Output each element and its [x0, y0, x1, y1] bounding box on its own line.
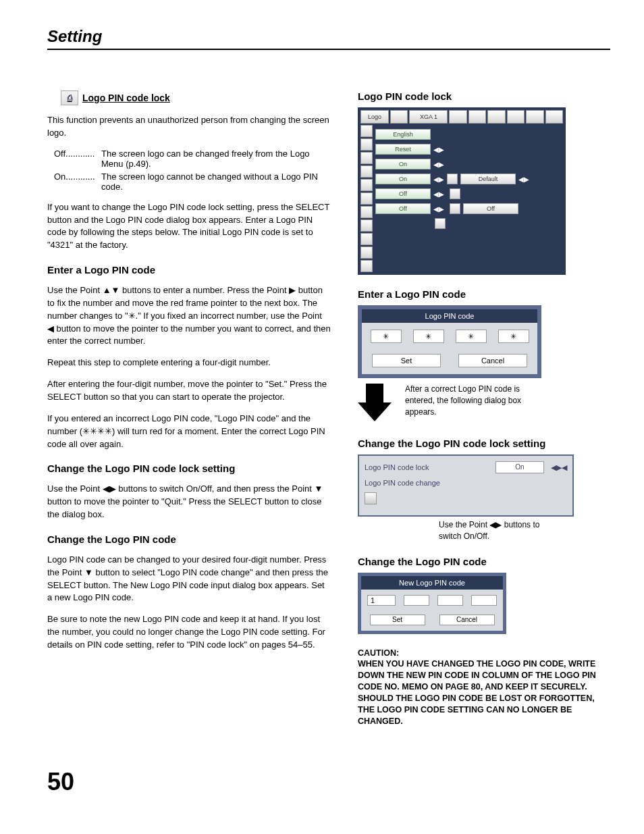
- menu-icon-l: [447, 174, 458, 184]
- two-columns: ⎙ Logo PIN code lock This function preve…: [47, 90, 610, 727]
- pin-dialog: Logo PIN code ✳ ✳ ✳ ✳ Set Cancel: [358, 305, 541, 378]
- menu-left-11: [360, 260, 373, 272]
- down-arrow-icon: [358, 384, 392, 424]
- menu-field-off3: Off: [463, 203, 518, 214]
- lock-caption: Use the Point ◀▶ buttons to switch On/Of…: [439, 519, 554, 542]
- pin-box-2: ✳: [413, 330, 444, 343]
- menu-icon-exit: [435, 218, 446, 229]
- right-lock-heading: Logo PIN code lock: [358, 90, 610, 102]
- new-pin-box-1: 1: [367, 595, 396, 606]
- menu-tab-2: [468, 110, 486, 124]
- menu-left-6: [360, 192, 373, 205]
- new-pin-box-4: [471, 595, 497, 606]
- left-column: ⎙ Logo PIN code lock This function preve…: [47, 90, 331, 727]
- new-pin-set-button: Set: [370, 615, 425, 625]
- arrows-icon: ◀▶: [433, 161, 444, 168]
- right-enter-heading: Enter a Logo PIN code: [358, 288, 610, 300]
- caution-block: CAUTION: WHEN YOU HAVE CHANGED THE LOGO …: [358, 648, 610, 727]
- menu-row-english: English: [375, 129, 562, 140]
- menu-body: English Reset ◀▶ On ◀▶ On: [360, 125, 563, 272]
- enter-pin-p4: If you entered an incorrect Logo PIN cod…: [47, 413, 331, 451]
- lock-on-value: On: [495, 461, 544, 473]
- caution-body: WHEN YOU HAVE CHANGED THE LOGO PIN CODE,…: [358, 659, 596, 725]
- lock-row-2: Logo PIN code change: [365, 479, 567, 487]
- menu-field-english: English: [375, 129, 431, 140]
- page-number: 50: [47, 768, 610, 796]
- menu-tab-4: [507, 110, 525, 124]
- pin-btns-row: Set Cancel: [362, 350, 537, 374]
- menu-panel: Logo XGA 1: [358, 107, 566, 275]
- menu-field-off2: Off: [375, 203, 431, 214]
- enter-pin-p1: Use the Point ▲▼ buttons to enter a numb…: [47, 284, 331, 348]
- change-lock-heading: Change the Logo PIN code lock setting: [47, 463, 331, 474]
- menu-tab-5: [526, 110, 543, 124]
- lock-arrows-icon: ◀▶◀: [551, 463, 567, 472]
- opt-on-desc: The screen logo cannot be changed withou…: [101, 172, 331, 192]
- new-pin-title: New Logo PIN code: [361, 576, 503, 590]
- menu-leftbar: [360, 125, 373, 272]
- new-pin-box-3: [437, 595, 463, 606]
- menu-topbar: Logo XGA 1: [360, 110, 563, 124]
- logo-lock-title: Logo PIN code lock: [82, 93, 170, 103]
- menu-row-on1: On ◀▶: [375, 159, 562, 170]
- menu-icon-c: [450, 188, 460, 199]
- menu-tab-3: [487, 110, 505, 124]
- menu-tab-logo: Logo: [360, 110, 389, 124]
- menu-left-8: [360, 219, 373, 232]
- new-pin-cancel-button: Cancel: [439, 615, 495, 625]
- menu-icon-lock: [450, 203, 460, 214]
- new-pin-boxes: 1: [361, 590, 503, 611]
- pin-box-3: ✳: [456, 330, 487, 343]
- enter-pin-heading: Enter a Logo PIN code: [47, 264, 331, 276]
- menu-tab-icon: [390, 110, 408, 124]
- menu-left-9: [360, 233, 373, 245]
- pin-box-4: ✳: [498, 330, 529, 343]
- arrows-icon: ◀▶: [518, 176, 529, 183]
- caution-heading: CAUTION:: [358, 648, 399, 658]
- opt-off-desc: The screen logo can be changed freely fr…: [101, 149, 331, 169]
- menu-field-on1: On: [375, 159, 431, 170]
- down-arrow-block: After a correct Logo PIN code is entered…: [358, 384, 610, 424]
- lock-row-exit: [365, 492, 567, 504]
- menu-left-7: [360, 206, 373, 218]
- menu-row-exit: [375, 218, 562, 229]
- intro-para: This function prevents an unauthorized p…: [47, 114, 331, 140]
- opt-off-label: Off............: [54, 149, 95, 159]
- menu-right-half: Default ◀▶: [447, 174, 562, 184]
- menu-left-1: [360, 125, 373, 137]
- logo-icon: ⎙: [61, 90, 78, 105]
- new-pin-figure: New Logo PIN code 1 Set Cancel: [358, 573, 610, 634]
- menu-left-2: [360, 138, 373, 151]
- right-change-code-heading: Change the Logo PIN code: [358, 556, 610, 567]
- menu-field-reset: Reset: [375, 144, 431, 155]
- menu-tab-6: [545, 110, 563, 124]
- pin-dialog-title: Logo PIN code: [362, 309, 537, 323]
- change-code-p1: Logo PIN code can be changed to your des…: [47, 554, 331, 604]
- opt-on-label: On............: [54, 172, 95, 182]
- right-column: Logo PIN code lock Logo XGA 1: [358, 90, 610, 727]
- options-list: Off............ The screen logo can be c…: [54, 149, 331, 192]
- lock-row-1: Logo PIN code lock On ◀▶◀: [365, 461, 567, 473]
- change-code-heading: Change the Logo PIN code: [47, 533, 331, 545]
- menu-center: English Reset ◀▶ On ◀▶ On: [374, 125, 563, 272]
- enter-pin-p3: After entering the four-digit number, mo…: [47, 378, 331, 404]
- header-rule: [47, 49, 610, 50]
- new-pin-box-2: [404, 595, 429, 606]
- lock-row1-label: Logo PIN code lock: [365, 463, 489, 471]
- enter-pin-p2: Repeat this step to complete entering a …: [47, 357, 331, 369]
- change-code-p2: Be sure to note the new Logo PIN code an…: [47, 613, 331, 652]
- page: Setting ⎙ Logo PIN code lock This functi…: [0, 0, 644, 816]
- lock-dialog: Logo PIN code lock On ◀▶◀ Logo PIN code …: [358, 454, 574, 517]
- arrow-caption: After a correct Logo PIN code is entered…: [405, 384, 533, 417]
- menu-row-off1: Off ◀▶: [375, 188, 562, 199]
- pin-set-button: Set: [372, 354, 441, 367]
- arrows-icon: ◀▶: [433, 205, 444, 213]
- new-pin-btns: Set Cancel: [361, 611, 503, 631]
- logo-lock-icon-title: ⎙ Logo PIN code lock: [61, 90, 331, 105]
- menu-left-3: [360, 152, 373, 164]
- right-change-lock-heading: Change the Logo PIN code lock setting: [358, 438, 610, 449]
- menu-tab-xga: XGA 1: [409, 110, 448, 124]
- lock-row2-label: Logo PIN code change: [365, 479, 567, 487]
- menu-row-on2: On ◀▶ Default ◀▶: [375, 174, 562, 184]
- menu-tab-1: [449, 110, 466, 124]
